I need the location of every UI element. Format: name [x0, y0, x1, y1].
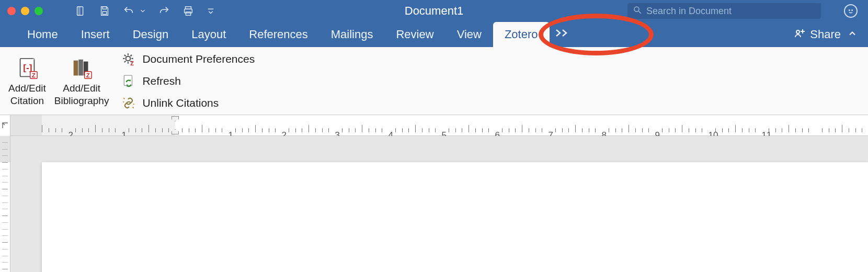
tab-overflow-icon[interactable] [550, 28, 575, 41]
refresh-icon [121, 74, 136, 88]
ruler-corner[interactable] [0, 115, 10, 136]
svg-rect-1 [78, 7, 80, 16]
tab-insert[interactable]: Insert [70, 22, 121, 47]
file-new-icon[interactable] [74, 5, 87, 17]
search-icon [633, 5, 642, 17]
undo-dropdown-icon[interactable] [139, 5, 146, 17]
button-label-line1: Add/Edit [63, 83, 100, 94]
svg-text:[-]: [-] [23, 62, 32, 72]
button-label-line2: Citation [10, 95, 44, 107]
print-icon[interactable] [182, 5, 195, 17]
tab-label: Zotero [505, 28, 538, 41]
feedback-smiley-icon[interactable] [844, 4, 858, 18]
share-label: Share [810, 28, 841, 41]
gear-icon: Z [121, 52, 136, 66]
share-group: Share [793, 27, 858, 42]
tab-label: Review [396, 28, 433, 41]
svg-rect-19 [74, 60, 78, 75]
document-page[interactable] [42, 162, 868, 272]
svg-text:Z: Z [86, 72, 90, 78]
button-label: Document Preferences [142, 53, 255, 65]
add-edit-bibliography-button[interactable]: Z Add/Edit Bibliography [50, 50, 113, 111]
svg-point-8 [634, 7, 639, 12]
search-box[interactable] [627, 3, 821, 19]
tab-review[interactable]: Review [384, 22, 445, 47]
tab-design[interactable]: Design [121, 22, 180, 47]
tab-label: References [249, 28, 308, 41]
svg-line-32 [131, 54, 132, 55]
svg-line-9 [638, 11, 641, 14]
tab-label: Mailings [331, 28, 373, 41]
window-controls [0, 7, 43, 15]
svg-line-31 [124, 61, 125, 62]
unlink-icon [121, 96, 136, 110]
svg-rect-20 [78, 59, 83, 75]
share-button[interactable]: Share [793, 27, 841, 42]
svg-rect-3 [102, 12, 106, 14]
zotero-small-buttons: Z Document Preferences Refresh [121, 50, 255, 111]
share-icon [793, 27, 806, 42]
svg-line-29 [124, 54, 125, 55]
svg-text:Z: Z [32, 72, 36, 78]
svg-line-35 [124, 98, 125, 99]
ribbon-zotero: [-] Z Add/Edit Citation Z Add/Edit Bibli… [0, 47, 868, 115]
tab-label: Insert [81, 28, 110, 41]
tab-home[interactable]: Home [16, 22, 70, 47]
search-input[interactable] [646, 6, 816, 17]
vertical-ruler[interactable] [0, 136, 10, 272]
svg-point-11 [852, 10, 853, 11]
title-bar: Document1 [0, 0, 868, 22]
tab-label: Design [133, 28, 168, 41]
refresh-button[interactable]: Refresh [121, 74, 255, 88]
tab-mailings[interactable]: Mailings [319, 22, 385, 47]
add-edit-citation-button[interactable]: [-] Z Add/Edit Citation [4, 50, 50, 111]
button-label-line1: Add/Edit [8, 83, 46, 94]
tab-label: Home [27, 28, 58, 41]
svg-point-12 [796, 30, 800, 33]
button-label-line2: Bibliography [54, 95, 109, 107]
tab-view[interactable]: View [446, 22, 493, 47]
unlink-citations-button[interactable]: Unlink Citations [121, 96, 255, 110]
svg-rect-6 [186, 12, 190, 15]
document-title: Document1 [405, 4, 464, 18]
citation-icon: [-] Z [14, 55, 40, 82]
button-label: Unlink Citations [142, 97, 219, 109]
customize-qat-icon[interactable] [206, 5, 215, 17]
minimize-window-button[interactable] [21, 7, 29, 15]
svg-line-36 [133, 107, 134, 108]
bibliography-icon: Z [68, 55, 95, 82]
quick-access-toolbar [74, 5, 215, 17]
document-preferences-button[interactable]: Z Document Preferences [121, 52, 255, 66]
document-area [0, 136, 868, 272]
tab-label: View [457, 28, 482, 41]
horizontal-ruler[interactable]: 211234567891011 [0, 115, 868, 136]
ribbon-tabs: Home Insert Design Layout References Mai… [0, 22, 868, 47]
tab-label: Layout [191, 28, 226, 41]
close-window-button[interactable] [7, 7, 16, 15]
save-icon[interactable] [98, 5, 111, 17]
redo-icon[interactable] [158, 5, 170, 17]
zoom-window-button[interactable] [35, 7, 43, 15]
tab-layout[interactable]: Layout [180, 22, 237, 47]
svg-point-24 [126, 56, 131, 61]
undo-icon[interactable] [122, 5, 135, 17]
button-label: Refresh [142, 75, 181, 87]
tab-references[interactable]: References [237, 22, 319, 47]
svg-rect-2 [102, 7, 106, 9]
tab-zotero[interactable]: Zotero [493, 22, 550, 47]
svg-point-10 [849, 10, 850, 11]
svg-text:Z: Z [131, 60, 134, 65]
collapse-ribbon-icon[interactable] [847, 28, 858, 41]
